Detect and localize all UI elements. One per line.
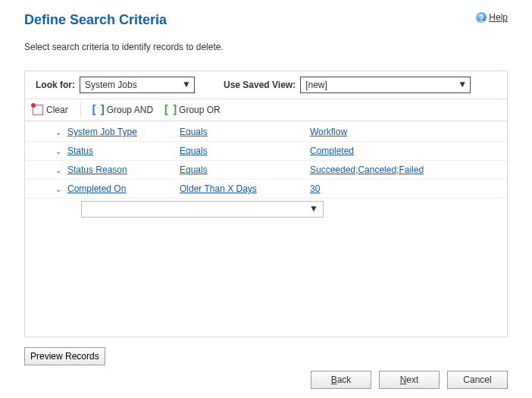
value-link[interactable]: 30 [310, 183, 320, 194]
group-or-label: Group OR [179, 105, 221, 115]
panel-top-bar: Look for: System Jobs ▼ Use Saved View: … [25, 71, 507, 99]
group-and-icon [93, 105, 104, 115]
use-saved-view-value: [new] [301, 77, 470, 92]
look-for-select[interactable]: System Jobs ▼ [80, 77, 195, 93]
separator [80, 102, 81, 118]
operator-link[interactable]: Older Than X Days [180, 183, 257, 194]
operator-link[interactable]: Equals [180, 127, 208, 137]
help-link[interactable]: ? Help [476, 12, 508, 23]
clear-icon [33, 105, 43, 115]
criteria-grid: ⌄ System Job Type Equals Workflow ⌄ Stat… [25, 121, 507, 221]
next-button[interactable]: Next [379, 371, 440, 389]
row-menu-icon[interactable]: ⌄ [55, 185, 61, 193]
row-menu-icon[interactable]: ⌄ [55, 166, 61, 174]
group-and-label: Group AND [107, 105, 153, 115]
field-link[interactable]: Status Reason [67, 165, 127, 175]
grid-empty-space [25, 221, 507, 337]
value-link[interactable]: Completed [310, 146, 354, 156]
cancel-button[interactable]: Cancel [447, 371, 508, 389]
value-link[interactable]: Workflow [310, 127, 347, 137]
field-link[interactable]: System Job Type [67, 127, 137, 137]
operator-link[interactable]: Equals [180, 165, 208, 175]
chevron-down-icon: ▼ [309, 203, 318, 214]
row-menu-icon[interactable]: ⌄ [55, 147, 61, 155]
group-and-button[interactable]: Group AND [92, 103, 155, 117]
look-for-label: Look for: [36, 80, 75, 90]
clear-label: Clear [46, 105, 68, 115]
toolbar: Clear Group AND Group OR [25, 99, 507, 121]
new-field-select[interactable]: ▼ [81, 201, 324, 218]
row-menu-icon[interactable]: ⌄ [55, 128, 61, 136]
preview-records-button[interactable]: Preview Records [24, 347, 105, 365]
page-title: Define Search Criteria [24, 12, 167, 28]
chevron-down-icon: ▼ [458, 79, 467, 89]
operator-link[interactable]: Equals [180, 146, 208, 156]
field-link[interactable]: Status [67, 146, 93, 156]
use-saved-view-label: Use Saved View: [224, 80, 296, 90]
criteria-row: ⌄ Status Equals Completed [25, 142, 507, 161]
help-label: Help [489, 12, 508, 23]
instruction-text: Select search criteria to identify recor… [24, 42, 508, 52]
clear-button[interactable]: Clear [31, 103, 70, 117]
help-icon: ? [476, 12, 487, 23]
use-saved-view-select[interactable]: [new] ▼ [300, 77, 471, 93]
criteria-row: ⌄ System Job Type Equals Workflow [25, 123, 507, 142]
new-row: ▼ [25, 199, 507, 220]
group-or-button[interactable]: Group OR [164, 103, 222, 117]
chevron-down-icon: ▼ [182, 79, 191, 89]
look-for-value: System Jobs [80, 77, 194, 92]
back-button[interactable]: Back [311, 371, 371, 389]
criteria-panel: Look for: System Jobs ▼ Use Saved View: … [24, 71, 508, 337]
field-link[interactable]: Completed On [67, 183, 126, 194]
footer-buttons: Back Next Cancel [311, 371, 508, 389]
group-or-icon [165, 105, 176, 115]
criteria-row: ⌄ Completed On Older Than X Days 30 [25, 180, 507, 199]
value-link[interactable]: Succeeded;Canceled;Failed [310, 165, 424, 175]
criteria-row: ⌄ Status Reason Equals Succeeded;Cancele… [25, 161, 507, 180]
